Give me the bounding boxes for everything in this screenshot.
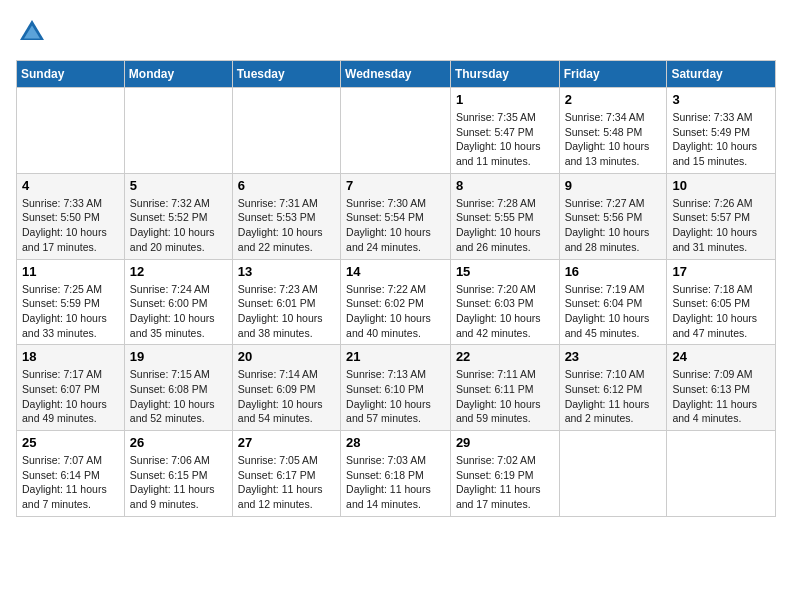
- day-cell: 17Sunrise: 7:18 AMSunset: 6:05 PMDayligh…: [667, 259, 776, 345]
- day-number: 11: [22, 264, 119, 279]
- day-info: Sunrise: 7:28 AMSunset: 5:55 PMDaylight:…: [456, 196, 554, 255]
- week-row-4: 25Sunrise: 7:07 AMSunset: 6:14 PMDayligh…: [17, 431, 776, 517]
- day-info: Sunrise: 7:17 AMSunset: 6:07 PMDaylight:…: [22, 367, 119, 426]
- day-info: Sunrise: 7:34 AMSunset: 5:48 PMDaylight:…: [565, 110, 662, 169]
- day-cell: 5Sunrise: 7:32 AMSunset: 5:52 PMDaylight…: [124, 173, 232, 259]
- day-cell: 13Sunrise: 7:23 AMSunset: 6:01 PMDayligh…: [232, 259, 340, 345]
- day-number: 21: [346, 349, 445, 364]
- day-cell: 23Sunrise: 7:10 AMSunset: 6:12 PMDayligh…: [559, 345, 667, 431]
- day-cell: 9Sunrise: 7:27 AMSunset: 5:56 PMDaylight…: [559, 173, 667, 259]
- day-number: 8: [456, 178, 554, 193]
- day-info: Sunrise: 7:11 AMSunset: 6:11 PMDaylight:…: [456, 367, 554, 426]
- day-number: 1: [456, 92, 554, 107]
- day-cell: 1Sunrise: 7:35 AMSunset: 5:47 PMDaylight…: [450, 88, 559, 174]
- day-number: 28: [346, 435, 445, 450]
- day-cell: 28Sunrise: 7:03 AMSunset: 6:18 PMDayligh…: [341, 431, 451, 517]
- day-cell: [559, 431, 667, 517]
- day-info: Sunrise: 7:02 AMSunset: 6:19 PMDaylight:…: [456, 453, 554, 512]
- day-number: 29: [456, 435, 554, 450]
- day-cell: 25Sunrise: 7:07 AMSunset: 6:14 PMDayligh…: [17, 431, 125, 517]
- day-info: Sunrise: 7:24 AMSunset: 6:00 PMDaylight:…: [130, 282, 227, 341]
- day-number: 13: [238, 264, 335, 279]
- calendar-table: SundayMondayTuesdayWednesdayThursdayFrid…: [16, 60, 776, 517]
- day-number: 22: [456, 349, 554, 364]
- day-cell: 24Sunrise: 7:09 AMSunset: 6:13 PMDayligh…: [667, 345, 776, 431]
- day-cell: 4Sunrise: 7:33 AMSunset: 5:50 PMDaylight…: [17, 173, 125, 259]
- day-cell: 2Sunrise: 7:34 AMSunset: 5:48 PMDaylight…: [559, 88, 667, 174]
- day-number: 3: [672, 92, 770, 107]
- page-header: [16, 16, 776, 48]
- day-cell: 29Sunrise: 7:02 AMSunset: 6:19 PMDayligh…: [450, 431, 559, 517]
- day-cell: 15Sunrise: 7:20 AMSunset: 6:03 PMDayligh…: [450, 259, 559, 345]
- day-info: Sunrise: 7:30 AMSunset: 5:54 PMDaylight:…: [346, 196, 445, 255]
- day-cell: 14Sunrise: 7:22 AMSunset: 6:02 PMDayligh…: [341, 259, 451, 345]
- day-number: 6: [238, 178, 335, 193]
- day-info: Sunrise: 7:23 AMSunset: 6:01 PMDaylight:…: [238, 282, 335, 341]
- day-number: 14: [346, 264, 445, 279]
- day-number: 27: [238, 435, 335, 450]
- day-number: 19: [130, 349, 227, 364]
- column-header-thursday: Thursday: [450, 61, 559, 88]
- day-cell: 19Sunrise: 7:15 AMSunset: 6:08 PMDayligh…: [124, 345, 232, 431]
- day-info: Sunrise: 7:07 AMSunset: 6:14 PMDaylight:…: [22, 453, 119, 512]
- day-info: Sunrise: 7:22 AMSunset: 6:02 PMDaylight:…: [346, 282, 445, 341]
- day-cell: 11Sunrise: 7:25 AMSunset: 5:59 PMDayligh…: [17, 259, 125, 345]
- day-number: 26: [130, 435, 227, 450]
- day-info: Sunrise: 7:19 AMSunset: 6:04 PMDaylight:…: [565, 282, 662, 341]
- day-number: 15: [456, 264, 554, 279]
- day-number: 20: [238, 349, 335, 364]
- day-number: 9: [565, 178, 662, 193]
- day-cell: [232, 88, 340, 174]
- calendar-body: 1Sunrise: 7:35 AMSunset: 5:47 PMDaylight…: [17, 88, 776, 517]
- day-number: 23: [565, 349, 662, 364]
- day-cell: 7Sunrise: 7:30 AMSunset: 5:54 PMDaylight…: [341, 173, 451, 259]
- week-row-0: 1Sunrise: 7:35 AMSunset: 5:47 PMDaylight…: [17, 88, 776, 174]
- day-cell: [124, 88, 232, 174]
- day-number: 17: [672, 264, 770, 279]
- day-cell: 16Sunrise: 7:19 AMSunset: 6:04 PMDayligh…: [559, 259, 667, 345]
- day-cell: [341, 88, 451, 174]
- day-cell: 12Sunrise: 7:24 AMSunset: 6:00 PMDayligh…: [124, 259, 232, 345]
- week-row-2: 11Sunrise: 7:25 AMSunset: 5:59 PMDayligh…: [17, 259, 776, 345]
- day-number: 12: [130, 264, 227, 279]
- column-header-friday: Friday: [559, 61, 667, 88]
- day-info: Sunrise: 7:27 AMSunset: 5:56 PMDaylight:…: [565, 196, 662, 255]
- day-info: Sunrise: 7:06 AMSunset: 6:15 PMDaylight:…: [130, 453, 227, 512]
- column-header-wednesday: Wednesday: [341, 61, 451, 88]
- day-info: Sunrise: 7:35 AMSunset: 5:47 PMDaylight:…: [456, 110, 554, 169]
- day-info: Sunrise: 7:25 AMSunset: 5:59 PMDaylight:…: [22, 282, 119, 341]
- day-cell: 26Sunrise: 7:06 AMSunset: 6:15 PMDayligh…: [124, 431, 232, 517]
- day-number: 4: [22, 178, 119, 193]
- day-cell: 20Sunrise: 7:14 AMSunset: 6:09 PMDayligh…: [232, 345, 340, 431]
- day-number: 2: [565, 92, 662, 107]
- day-info: Sunrise: 7:14 AMSunset: 6:09 PMDaylight:…: [238, 367, 335, 426]
- logo-icon: [16, 16, 48, 48]
- week-row-1: 4Sunrise: 7:33 AMSunset: 5:50 PMDaylight…: [17, 173, 776, 259]
- day-info: Sunrise: 7:15 AMSunset: 6:08 PMDaylight:…: [130, 367, 227, 426]
- day-cell: 21Sunrise: 7:13 AMSunset: 6:10 PMDayligh…: [341, 345, 451, 431]
- day-info: Sunrise: 7:32 AMSunset: 5:52 PMDaylight:…: [130, 196, 227, 255]
- day-info: Sunrise: 7:33 AMSunset: 5:49 PMDaylight:…: [672, 110, 770, 169]
- day-info: Sunrise: 7:05 AMSunset: 6:17 PMDaylight:…: [238, 453, 335, 512]
- column-header-tuesday: Tuesday: [232, 61, 340, 88]
- week-row-3: 18Sunrise: 7:17 AMSunset: 6:07 PMDayligh…: [17, 345, 776, 431]
- day-cell: 22Sunrise: 7:11 AMSunset: 6:11 PMDayligh…: [450, 345, 559, 431]
- column-header-sunday: Sunday: [17, 61, 125, 88]
- day-cell: 8Sunrise: 7:28 AMSunset: 5:55 PMDaylight…: [450, 173, 559, 259]
- day-number: 24: [672, 349, 770, 364]
- day-number: 25: [22, 435, 119, 450]
- day-cell: 6Sunrise: 7:31 AMSunset: 5:53 PMDaylight…: [232, 173, 340, 259]
- day-cell: [17, 88, 125, 174]
- day-cell: 27Sunrise: 7:05 AMSunset: 6:17 PMDayligh…: [232, 431, 340, 517]
- day-info: Sunrise: 7:10 AMSunset: 6:12 PMDaylight:…: [565, 367, 662, 426]
- day-cell: [667, 431, 776, 517]
- day-cell: 10Sunrise: 7:26 AMSunset: 5:57 PMDayligh…: [667, 173, 776, 259]
- day-info: Sunrise: 7:09 AMSunset: 6:13 PMDaylight:…: [672, 367, 770, 426]
- day-info: Sunrise: 7:33 AMSunset: 5:50 PMDaylight:…: [22, 196, 119, 255]
- day-info: Sunrise: 7:20 AMSunset: 6:03 PMDaylight:…: [456, 282, 554, 341]
- day-info: Sunrise: 7:13 AMSunset: 6:10 PMDaylight:…: [346, 367, 445, 426]
- day-info: Sunrise: 7:26 AMSunset: 5:57 PMDaylight:…: [672, 196, 770, 255]
- day-cell: 18Sunrise: 7:17 AMSunset: 6:07 PMDayligh…: [17, 345, 125, 431]
- column-header-monday: Monday: [124, 61, 232, 88]
- column-header-saturday: Saturday: [667, 61, 776, 88]
